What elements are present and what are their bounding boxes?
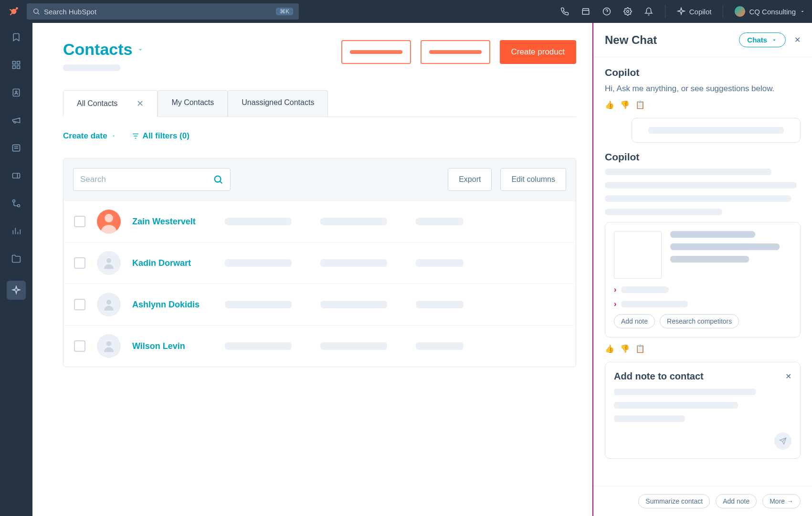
- caret-down-icon: [800, 9, 805, 14]
- caret-down-icon: [110, 133, 117, 139]
- edit-columns-button[interactable]: Edit columns: [500, 168, 566, 191]
- message-skeleton: [605, 168, 801, 215]
- sparkle-nav-icon[interactable]: [7, 281, 26, 300]
- global-search-input[interactable]: [44, 8, 272, 16]
- close-icon[interactable]: ✕: [794, 35, 801, 44]
- svg-point-33: [106, 300, 111, 305]
- row-checkbox[interactable]: [74, 340, 85, 352]
- copy-icon[interactable]: 📋: [635, 100, 645, 109]
- contact-name-link[interactable]: Kadin Dorwart: [132, 258, 213, 268]
- research-pill[interactable]: Research competitors: [660, 314, 739, 328]
- main-content: Contacts Create product All Contacts ✕ M…: [32, 23, 592, 516]
- thumbs-down-icon[interactable]: 👎: [620, 100, 630, 109]
- table-row: Wilson Levin: [63, 325, 576, 367]
- add-note-pill[interactable]: Add note: [716, 494, 757, 508]
- divider: [723, 5, 723, 18]
- card-link[interactable]: ›: [614, 300, 791, 308]
- bookmark-icon[interactable]: [11, 32, 22, 43]
- row-checkbox[interactable]: [74, 216, 85, 227]
- svg-point-32: [106, 258, 111, 263]
- svg-rect-12: [13, 66, 16, 69]
- chats-chip[interactable]: Chats: [739, 32, 786, 47]
- svg-rect-10: [17, 62, 20, 64]
- tab-all-contacts[interactable]: All Contacts ✕: [63, 90, 158, 117]
- copilot-heading: Copilot: [605, 67, 801, 78]
- svg-point-29: [215, 176, 221, 182]
- summarize-pill[interactable]: Summarize contact: [638, 494, 710, 508]
- panel-title: New Chat: [605, 33, 657, 47]
- copilot-panel: New Chat Chats ✕ Copilot Hi, Ask me anyt…: [592, 23, 812, 516]
- tabs: All Contacts ✕ My Contacts Unassigned Co…: [63, 90, 576, 117]
- sparkle-icon: [677, 7, 685, 16]
- phone-icon[interactable]: [560, 7, 569, 16]
- contact-avatar: [97, 334, 121, 358]
- account-menu[interactable]: CQ Consulting: [735, 6, 805, 17]
- reports-icon[interactable]: [11, 225, 22, 237]
- caret-down-icon: [771, 37, 778, 43]
- row-checkbox[interactable]: [74, 299, 85, 310]
- contact-name-link[interactable]: Zain Westervelt: [132, 217, 213, 227]
- search-icon: [32, 8, 40, 15]
- global-search[interactable]: ⌘K: [27, 3, 299, 20]
- thumbs-up-icon[interactable]: 👍: [605, 344, 614, 353]
- send-button[interactable]: [774, 432, 791, 450]
- table-search-input[interactable]: [80, 175, 208, 184]
- notifications-icon[interactable]: [644, 7, 654, 16]
- megaphone-icon[interactable]: [11, 115, 22, 126]
- svg-point-14: [15, 91, 17, 93]
- table-search[interactable]: [73, 168, 231, 191]
- divider: [665, 5, 665, 18]
- export-button[interactable]: Export: [448, 168, 492, 191]
- topbar: ⌘K Copilot CQ Consulting: [0, 0, 812, 23]
- copilot-button[interactable]: Copilot: [677, 7, 712, 16]
- card-link[interactable]: ›: [614, 285, 791, 294]
- contact-name-link[interactable]: Wilson Levin: [132, 341, 213, 351]
- close-icon[interactable]: ✕: [137, 98, 144, 109]
- svg-rect-18: [13, 173, 20, 178]
- sidebar: [0, 23, 32, 516]
- more-pill[interactable]: More →: [762, 494, 801, 508]
- svg-rect-11: [17, 66, 20, 69]
- filter-all-filters[interactable]: All filters (0): [131, 131, 190, 141]
- svg-point-8: [627, 11, 629, 13]
- ticket-icon[interactable]: [11, 170, 22, 181]
- suggestion-card[interactable]: [632, 118, 801, 143]
- svg-point-21: [18, 205, 20, 207]
- grid-icon[interactable]: [11, 59, 22, 71]
- workflow-icon[interactable]: [11, 198, 22, 209]
- hubspot-logo[interactable]: [7, 4, 21, 19]
- copilot-label: Copilot: [689, 8, 712, 16]
- thumbs-down-icon[interactable]: 👎: [620, 344, 630, 353]
- tab-unassigned-contacts[interactable]: Unassigned Contacts: [228, 90, 328, 116]
- send-icon: [779, 437, 787, 445]
- page-title[interactable]: Contacts: [63, 40, 145, 59]
- contact-name-link[interactable]: Ashlynn Dokidis: [132, 300, 213, 310]
- action-button-1[interactable]: [341, 40, 411, 64]
- contacts-table: Export Edit columns Zain Westervelt Kadi…: [63, 158, 576, 367]
- create-product-button[interactable]: Create product: [500, 40, 576, 64]
- contacts-icon[interactable]: [11, 87, 22, 98]
- copy-icon[interactable]: 📋: [635, 344, 645, 353]
- row-checkbox[interactable]: [74, 257, 85, 269]
- action-button-2[interactable]: [421, 40, 490, 64]
- folder-icon[interactable]: [11, 253, 22, 264]
- filter-icon: [131, 132, 140, 140]
- help-icon[interactable]: [602, 7, 612, 16]
- news-icon[interactable]: [11, 142, 22, 154]
- account-avatar: [735, 6, 745, 17]
- marketplace-icon[interactable]: [581, 7, 591, 16]
- filter-create-date[interactable]: Create date: [63, 131, 117, 141]
- settings-icon[interactable]: [623, 7, 633, 16]
- svg-point-20: [13, 200, 15, 202]
- subtitle-skeleton: [63, 64, 120, 71]
- copilot-greeting: Hi, Ask me anything, or see suggestions …: [605, 84, 801, 94]
- close-icon[interactable]: ✕: [785, 372, 791, 381]
- add-note-pill[interactable]: Add note: [614, 314, 655, 328]
- thumbs-up-icon[interactable]: 👍: [605, 100, 614, 109]
- svg-point-34: [106, 341, 111, 346]
- tab-my-contacts[interactable]: My Contacts: [158, 90, 228, 116]
- note-title: Add note to contact: [614, 371, 704, 382]
- contact-card: › › Add note Research competitors: [605, 222, 801, 337]
- search-icon: [213, 174, 223, 185]
- tab-label: My Contacts: [171, 98, 214, 106]
